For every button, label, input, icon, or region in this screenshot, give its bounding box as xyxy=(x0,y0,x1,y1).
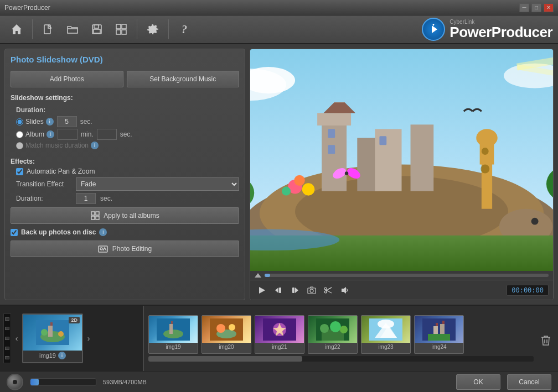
svg-point-77 xyxy=(58,331,64,337)
thumb-badge: 2D xyxy=(69,317,80,323)
transition-effect-select[interactable]: Fade xyxy=(76,177,239,191)
list-item[interactable]: img24 xyxy=(414,315,464,354)
prev-arrow-button[interactable]: ‹ xyxy=(11,333,22,344)
filmstrip-scrollbar-thumb[interactable] xyxy=(148,356,302,362)
main-filmstrip-thumb[interactable]: 2D img19 i xyxy=(22,313,83,363)
skip-forward-button[interactable] xyxy=(288,283,302,297)
next-arrow-button[interactable]: › xyxy=(83,333,94,344)
album-min-input[interactable] xyxy=(58,129,78,140)
thumb-svg-19 xyxy=(157,318,190,341)
save-button[interactable] xyxy=(86,18,108,40)
thumb-svg-21 xyxy=(263,318,296,341)
seekbar-pointer xyxy=(255,273,261,278)
svg-rect-38 xyxy=(375,129,401,191)
export-button[interactable] xyxy=(110,18,132,40)
list-item[interactable]: img21 xyxy=(255,315,304,354)
home-button[interactable] xyxy=(6,18,28,40)
effect-duration-input[interactable] xyxy=(76,193,96,204)
slides-unit: sec. xyxy=(80,118,92,126)
svg-point-79 xyxy=(163,330,183,338)
slides-radio[interactable] xyxy=(16,118,23,126)
left-panel: Photo Slideshow (DVD) Add Photos Set Bac… xyxy=(4,49,245,300)
volume-button[interactable] xyxy=(338,283,352,297)
settings-button[interactable] xyxy=(142,18,164,40)
svg-marker-62 xyxy=(295,288,298,293)
play-button[interactable] xyxy=(255,283,269,297)
apply-all-button[interactable]: Apply to all albums xyxy=(11,207,239,224)
seekbar[interactable] xyxy=(265,274,549,277)
thumb-svg-20 xyxy=(210,318,243,341)
list-item[interactable]: img22 xyxy=(308,315,358,354)
svg-rect-61 xyxy=(279,288,281,293)
slides-info-icon[interactable]: i xyxy=(46,118,54,126)
open-button[interactable] xyxy=(61,18,84,40)
add-photos-button[interactable]: Add Photos xyxy=(11,71,123,87)
album-row: Album i min. sec. xyxy=(16,129,239,140)
svg-rect-63 xyxy=(292,288,294,293)
main-thumb-info-icon[interactable]: i xyxy=(58,352,66,359)
cancel-button[interactable]: Cancel xyxy=(507,374,551,390)
svg-rect-42 xyxy=(328,129,335,138)
svg-point-98 xyxy=(378,320,394,328)
filmstrip-left: ‹ 2D img19 i › xyxy=(0,306,144,371)
backup-label: Back up photos on disc xyxy=(21,228,96,236)
thumb-img-20 xyxy=(202,316,251,343)
album-sec-input[interactable] xyxy=(97,129,117,140)
match-music-radio[interactable] xyxy=(16,142,23,149)
close-button[interactable]: ✕ xyxy=(544,3,554,12)
skip-back-button[interactable] xyxy=(271,283,286,297)
slides-radio-label[interactable]: Slides i xyxy=(16,118,54,126)
album-radio-label[interactable]: Album i xyxy=(16,130,54,138)
slides-value-input[interactable] xyxy=(57,116,77,127)
new-button[interactable] xyxy=(37,18,59,40)
disc-inner xyxy=(13,380,17,384)
svg-rect-6 xyxy=(116,24,121,29)
svg-rect-14 xyxy=(96,212,99,215)
preview-image xyxy=(250,49,553,271)
maximize-button[interactable]: □ xyxy=(531,3,541,12)
minimize-button[interactable]: ─ xyxy=(519,3,529,12)
effect-duration-row: Duration: sec. xyxy=(16,193,239,204)
backup-checkbox[interactable] xyxy=(11,229,18,236)
transition-effect-row: Transition Effect Fade xyxy=(16,177,239,191)
titlebar-controls: ─ □ ✕ xyxy=(519,3,554,12)
svg-line-2 xyxy=(48,25,51,28)
backup-info-icon[interactable]: i xyxy=(99,228,107,236)
thumb-svg-23 xyxy=(369,318,402,341)
list-item[interactable]: img19 xyxy=(148,315,198,354)
thumb-img-19 xyxy=(149,316,198,343)
svg-rect-43 xyxy=(328,145,335,154)
thumb-img-22 xyxy=(308,316,357,343)
thumb-name-22: img22 xyxy=(325,343,340,351)
svg-rect-80 xyxy=(169,324,173,334)
album-info-icon[interactable]: i xyxy=(46,130,54,138)
filmstrip-scrollbar[interactable] xyxy=(148,356,534,362)
svg-marker-103 xyxy=(436,323,438,326)
help-button[interactable]: ? xyxy=(173,18,195,40)
thumb-name-24: img24 xyxy=(431,343,446,351)
trash-button[interactable] xyxy=(538,333,554,348)
auto-pan-zoom-checkbox[interactable] xyxy=(16,168,23,175)
svg-point-84 xyxy=(216,324,225,333)
snapshot-button[interactable] xyxy=(304,283,319,297)
match-music-radio-label[interactable]: Match music duration i xyxy=(16,142,99,149)
match-music-info-icon[interactable]: i xyxy=(91,142,99,149)
match-music-row: Match music duration i xyxy=(16,142,239,149)
match-music-label: Match music duration xyxy=(25,142,89,149)
album-radio[interactable] xyxy=(16,131,23,138)
auto-pan-zoom-row[interactable]: Automatic Pan & Zoom xyxy=(16,168,239,175)
album-min-unit: min. xyxy=(81,130,94,138)
action-buttons: Add Photos Set Background Music xyxy=(11,71,239,87)
ok-button[interactable]: OK xyxy=(456,374,500,390)
seekbar-container xyxy=(250,271,553,280)
svg-point-48 xyxy=(282,187,291,196)
photo-editing-button[interactable]: Photo Editing xyxy=(11,241,239,257)
svg-rect-74 xyxy=(48,326,53,337)
set-bg-music-button[interactable]: Set Background Music xyxy=(127,71,240,87)
photo-edit-icon xyxy=(98,244,108,254)
trim-button[interactable] xyxy=(321,283,335,297)
svg-marker-71 xyxy=(342,287,346,294)
list-item[interactable]: img20 xyxy=(202,315,251,354)
list-item[interactable]: img23 xyxy=(361,315,411,354)
slides-label: Slides xyxy=(25,118,44,126)
